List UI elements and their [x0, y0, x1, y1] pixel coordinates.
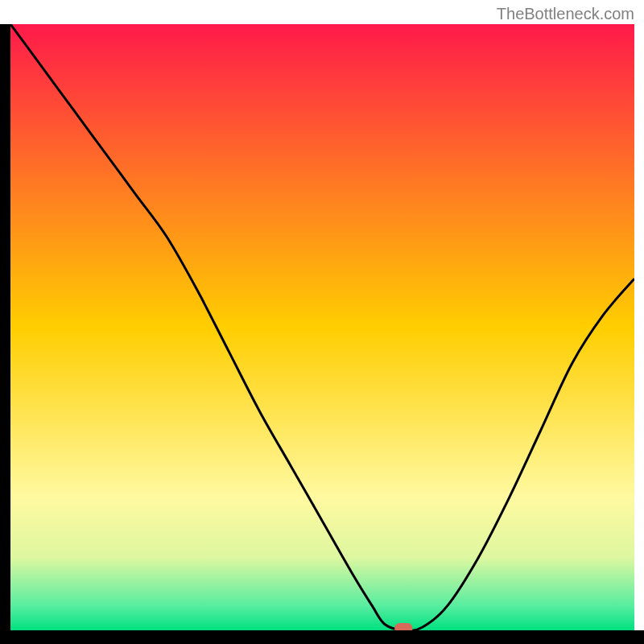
chart-container: TheBottleneck.com: [0, 0, 644, 644]
x-axis-bar: [0, 630, 644, 644]
chart-svg: [0, 0, 644, 644]
y-axis-bar: [0, 24, 10, 644]
watermark-text: TheBottleneck.com: [497, 5, 634, 23]
gradient-background: [10, 24, 634, 630]
